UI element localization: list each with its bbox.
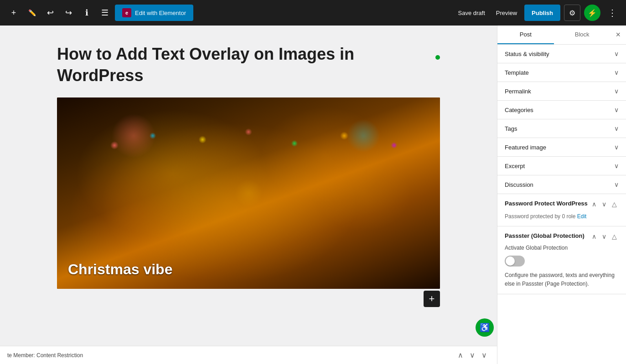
- passster-description: Configure the password, texts and everyt…: [505, 271, 619, 288]
- section-excerpt: Excerpt ∨: [497, 157, 626, 175]
- plugin-collapse-down-button[interactable]: ∨: [600, 200, 608, 209]
- section-tags-header[interactable]: Tags ∨: [497, 119, 626, 138]
- main-layout: How to Add Text Overlay on Images in Wor…: [0, 26, 626, 364]
- section-template-header[interactable]: Template ∨: [497, 63, 626, 82]
- section-status-visibility-label: Status & visibility: [505, 51, 549, 57]
- passster-collapse-up-button[interactable]: ∧: [590, 232, 598, 241]
- section-discussion-header[interactable]: Discussion ∨: [497, 175, 626, 194]
- image-text-overlay: Christmas vibe: [68, 261, 172, 278]
- undo-button[interactable]: ↩: [42, 5, 58, 21]
- tab-post[interactable]: Post: [497, 26, 554, 44]
- bottom-chevrons: ∧ ∨ ∨: [455, 350, 490, 360]
- section-excerpt-header[interactable]: Excerpt ∨: [497, 157, 626, 175]
- section-featured-image-label: Featured image: [505, 144, 546, 151]
- toggle-container: [505, 256, 619, 267]
- save-draft-button[interactable]: Save draft: [455, 5, 489, 21]
- passster-collapse-down-button[interactable]: ∨: [600, 232, 608, 241]
- accessibility-button[interactable]: ♿: [476, 318, 494, 337]
- passster-toggle[interactable]: [505, 256, 525, 267]
- plugin-controls: ∧ ∨ △: [590, 200, 619, 209]
- section-permalink-header[interactable]: Permalink ∨: [497, 82, 626, 100]
- bottom-bar: te Member: Content Restriction ∧ ∨ ∨: [0, 346, 497, 364]
- section-template: Template ∨: [497, 63, 626, 82]
- add-block-below-button[interactable]: +: [424, 291, 440, 307]
- section-featured-image: Featured image ∨: [497, 138, 626, 157]
- section-template-label: Template: [505, 69, 529, 76]
- toolbar: + ✏️ ↩ ↪ ℹ ☰ e Edit with Elementor Save …: [0, 0, 626, 26]
- chevron-down-icon: ∨: [614, 50, 619, 57]
- accessibility-icon: ♿: [480, 323, 490, 333]
- more-options-button[interactable]: ⋮: [604, 5, 621, 21]
- sidebar-close-button[interactable]: ×: [610, 26, 626, 44]
- toolbar-left: + ✏️ ↩ ↪ ℹ ☰ e Edit with Elementor: [5, 5, 453, 21]
- section-categories-header[interactable]: Categories ∨: [497, 101, 626, 119]
- password-protect-section: Password Protect WordPress ∧ ∨ △ Passwor…: [497, 194, 626, 226]
- sidebar-tabs: Post Block ×: [497, 26, 626, 45]
- post-title-indicator: [435, 55, 440, 60]
- elementor-label: Edit with Elementor: [135, 10, 186, 16]
- passster-header: Passster (Global Protection) ∧ ∨ △: [505, 232, 619, 241]
- plugin-edit-link[interactable]: Edit: [577, 213, 587, 220]
- toolbar-right: Save draft Preview Publish ⚙ ⚡ ⋮: [455, 5, 621, 21]
- chevron-down-icon: ∨: [614, 87, 619, 95]
- settings-button[interactable]: ⚙: [564, 5, 580, 21]
- redo-button[interactable]: ↪: [60, 5, 77, 21]
- chevron-down-icon: ∨: [614, 125, 619, 132]
- section-status-visibility: Status & visibility ∨: [497, 45, 626, 63]
- edit-with-elementor-button[interactable]: e Edit with Elementor: [115, 5, 193, 21]
- add-block-toolbar-button[interactable]: +: [5, 5, 22, 21]
- tab-block[interactable]: Block: [554, 26, 610, 44]
- section-tags: Tags ∨: [497, 119, 626, 138]
- passster-move-up-button[interactable]: △: [610, 232, 619, 241]
- editor-area: How to Add Text Overlay on Images in Wor…: [0, 26, 497, 364]
- passster-activate-label: Activate Global Protection: [505, 245, 619, 251]
- info-button[interactable]: ℹ: [78, 5, 95, 21]
- passster-section: Passster (Global Protection) ∧ ∨ △ Activ…: [497, 226, 626, 294]
- decorative-lights: [57, 97, 440, 289]
- elementor-icon: e: [122, 8, 131, 17]
- section-status-visibility-header[interactable]: Status & visibility ∨: [497, 45, 626, 63]
- bottom-chevron-down[interactable]: ∨: [467, 350, 478, 360]
- publish-button[interactable]: Publish: [524, 5, 560, 21]
- chevron-down-icon: ∨: [614, 106, 619, 113]
- passster-title: Passster (Global Protection): [505, 232, 590, 240]
- section-tags-label: Tags: [505, 125, 517, 132]
- image-placeholder: Christmas vibe: [57, 97, 440, 289]
- section-permalink: Permalink ∨: [497, 82, 626, 101]
- updates-button[interactable]: ⚡: [584, 5, 600, 21]
- plugin-desc-text: Password protected by 0 role: [505, 213, 575, 220]
- bottom-chevron-up[interactable]: ∧: [455, 350, 466, 360]
- plugin-description: Password protected by 0 role Edit: [505, 212, 619, 220]
- chevron-down-icon: ∨: [614, 69, 619, 76]
- section-discussion: Discussion ∨: [497, 175, 626, 194]
- section-categories-label: Categories: [505, 107, 533, 113]
- passster-desc-text: Configure the password, texts and everyt…: [505, 272, 615, 287]
- member-label: te Member: Content Restriction: [7, 352, 83, 359]
- preview-button[interactable]: Preview: [492, 5, 521, 21]
- bottom-chevron-expand[interactable]: ∨: [479, 350, 490, 360]
- chevron-down-icon: ∨: [614, 162, 619, 169]
- tools-button[interactable]: ✏️: [24, 5, 40, 21]
- post-title[interactable]: How to Add Text Overlay on Images in Wor…: [57, 44, 432, 87]
- section-excerpt-label: Excerpt: [505, 163, 525, 169]
- section-permalink-label: Permalink: [505, 88, 531, 95]
- list-view-button[interactable]: ☰: [97, 5, 113, 21]
- chevron-down-icon: ∨: [614, 181, 619, 188]
- passster-controls: ∧ ∨ △: [590, 232, 619, 241]
- image-block: Christmas vibe: [57, 97, 440, 289]
- plugin-header: Password Protect WordPress ∧ ∨ △: [505, 200, 619, 209]
- sidebar: Post Block × Status & visibility ∨ Templ…: [497, 26, 626, 364]
- plugin-title: Password Protect WordPress: [505, 200, 590, 208]
- section-discussion-label: Discussion: [505, 181, 533, 188]
- plugin-move-up-button[interactable]: △: [610, 200, 619, 209]
- plugin-collapse-up-button[interactable]: ∧: [590, 200, 598, 209]
- section-featured-image-header[interactable]: Featured image ∨: [497, 138, 626, 156]
- section-categories: Categories ∨: [497, 101, 626, 119]
- chevron-down-icon: ∨: [614, 144, 619, 151]
